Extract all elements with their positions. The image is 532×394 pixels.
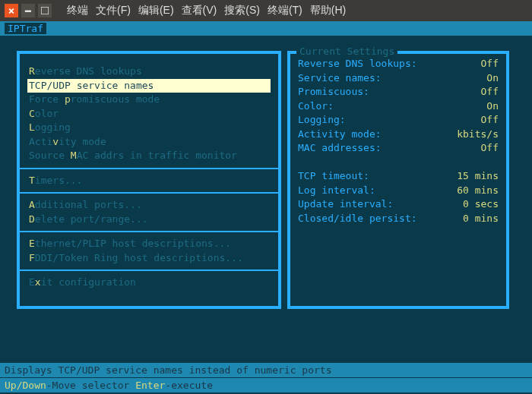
menu-separator — [20, 192, 278, 194]
menu-item[interactable]: Exit configuration — [27, 276, 271, 290]
setting-value: Off — [481, 85, 499, 99]
setting-value: 60 mins — [457, 184, 499, 198]
setting-label: Reverse DNS lookups: — [298, 57, 417, 71]
menu-item[interactable]: FDDI/Token Ring host descriptions... — [27, 251, 271, 266]
setting-row: Log interval:60 mins — [298, 184, 499, 198]
setting-label: Logging: — [298, 113, 346, 128]
setting-label: Service names: — [298, 71, 382, 86]
hotkey-char: T — [29, 175, 35, 186]
menu-item[interactable]: Source MAC addrs in traffic monitor — [27, 149, 271, 163]
setting-row: Service names:On — [298, 71, 499, 86]
menu-terminal[interactable]: 终端 — [64, 4, 91, 17]
menu-item[interactable]: Logging — [27, 121, 271, 135]
setting-row: TCP timeout:15 mins — [298, 169, 499, 184]
minimize-icon[interactable]: ━ — [21, 4, 35, 17]
setting-row: Promiscuous:Off — [298, 85, 499, 99]
menu-item[interactable]: Ethernet/PLIP host descriptions... — [27, 237, 271, 251]
setting-value: Off — [481, 57, 499, 71]
setting-value: 0 secs — [463, 197, 499, 212]
config-menu: Reverse DNS lookupsTCP/UDP service names… — [17, 51, 281, 309]
help-line: Up/Down-Move selector Enter-execute — [0, 378, 532, 392]
setting-row: Closed/idle persist:0 mins — [298, 212, 499, 226]
menu-terminal2[interactable]: 终端(T) — [264, 4, 306, 17]
menu-item[interactable]: Delete port/range... — [27, 213, 271, 227]
setting-label: Activity mode: — [298, 128, 382, 142]
setting-value: kbits/s — [457, 128, 499, 142]
app-title: IPTraf — [5, 23, 46, 34]
setting-value: Off — [481, 113, 499, 128]
setting-label: Color: — [298, 99, 334, 114]
setting-row: MAC addresses:Off — [298, 141, 499, 156]
help-text-move: -Move selector — [46, 380, 135, 391]
menu-item[interactable]: Timers... — [27, 174, 271, 188]
setting-row: Color:On — [298, 99, 499, 114]
setting-label: Promiscuous: — [298, 85, 369, 99]
hotkey-char: E — [29, 238, 35, 249]
hotkey-char: F — [29, 252, 35, 263]
setting-label: MAC addresses: — [298, 141, 382, 156]
menu-item[interactable]: Force promiscuous mode — [27, 93, 271, 107]
window-titlebar: × ━ 终端 文件(F) 编辑(E) 查看(V) 搜索(S) 终端(T) 帮助(… — [0, 0, 532, 21]
close-icon[interactable]: × — [5, 4, 18, 17]
menu-separator — [20, 168, 278, 169]
menu-item[interactable]: Additional ports... — [27, 198, 271, 213]
setting-value: On — [486, 71, 499, 86]
setting-row: Logging:Off — [298, 113, 499, 128]
hotkey-char: A — [29, 199, 35, 210]
svg-rect-0 — [41, 7, 49, 14]
setting-label: Closed/idle persist: — [298, 212, 417, 226]
hotkey-char: p — [65, 93, 71, 105]
current-settings: Current Settings Reverse DNS lookups:Off… — [287, 51, 509, 309]
menu-item[interactable]: Color — [27, 107, 271, 121]
hotkey-char: v — [52, 136, 59, 147]
setting-row: Activity mode:kbits/s — [298, 128, 499, 142]
menu-separator — [20, 231, 278, 232]
setting-value: On — [486, 99, 499, 114]
setting-value: 15 mins — [457, 169, 499, 184]
setting-label: TCP timeout: — [298, 169, 369, 184]
help-text-execute: -execute — [165, 380, 213, 391]
hotkey-char: x — [35, 276, 41, 288]
menu-view[interactable]: 查看(V) — [179, 4, 220, 17]
hotkey-char: L — [29, 121, 35, 133]
menu-item[interactable]: Reverse DNS lookups — [27, 65, 271, 79]
setting-row: Update interval:0 secs — [298, 197, 499, 212]
setting-value: Off — [481, 141, 499, 156]
setting-label: Update interval: — [298, 197, 393, 212]
menu-item[interactable]: TCP/UDP service names — [27, 79, 271, 93]
content-wrap: Reverse DNS lookupsTCP/UDP service names… — [0, 36, 532, 309]
window-controls: × ━ — [0, 4, 56, 17]
help-key-updown: Up/Down — [5, 380, 46, 391]
menu-search[interactable]: 搜索(S) — [221, 4, 263, 17]
terminal-area: IPTraf Reverse DNS lookupsTCP/UDP servic… — [0, 21, 532, 394]
settings-title: Current Settings — [296, 46, 397, 57]
menu-file[interactable]: 文件(F) — [93, 4, 134, 17]
window-menubar: 终端 文件(F) 编辑(E) 查看(V) 搜索(S) 终端(T) 帮助(H) — [64, 4, 349, 17]
app-title-bar: IPTraf — [0, 21, 532, 36]
setting-label: Log interval: — [298, 184, 375, 198]
hotkey-char: M — [71, 150, 77, 161]
status-line: Displays TCP/UDP service names instead o… — [0, 363, 532, 377]
hotkey-char: D — [29, 213, 35, 225]
help-key-enter: Enter — [135, 380, 165, 391]
menu-separator — [20, 269, 278, 271]
maximize-icon[interactable] — [38, 4, 52, 17]
hotkey-char: C — [29, 108, 35, 119]
menu-help[interactable]: 帮助(H) — [307, 4, 349, 17]
menu-edit[interactable]: 编辑(E) — [135, 4, 177, 17]
setting-row: Reverse DNS lookups:Off — [298, 57, 499, 71]
setting-value: 0 mins — [463, 212, 499, 226]
menu-item[interactable]: Activity mode — [27, 135, 271, 150]
hotkey-char: R — [29, 65, 35, 77]
